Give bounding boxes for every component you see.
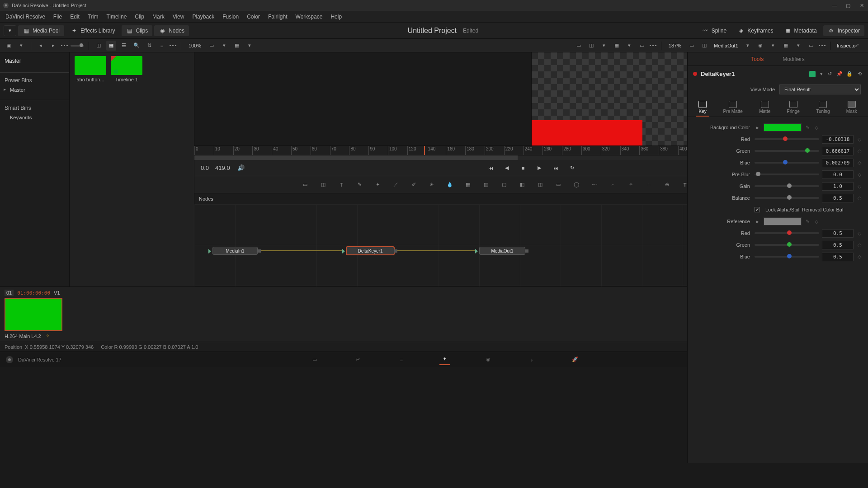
play-icon[interactable]: ▶ — [535, 164, 544, 173]
more-icon[interactable] — [61, 45, 68, 46]
window-close-button[interactable]: ✕ — [859, 3, 864, 8]
node-output-port-icon[interactable] — [258, 249, 261, 253]
rectangle-mask-icon[interactable]: ▭ — [553, 180, 563, 190]
search-icon[interactable]: 🔍 — [132, 41, 142, 51]
bin-view-icon[interactable]: ▣ — [4, 41, 14, 51]
disclosure-icon[interactable]: ▸ — [755, 125, 761, 131]
menu-item[interactable]: Mark — [149, 11, 168, 23]
menu-item[interactable]: Playback — [189, 11, 218, 23]
param-value[interactable]: 0.5 — [822, 241, 854, 249]
viewer-right-options-icon[interactable] — [819, 45, 826, 46]
param-slider[interactable] — [755, 138, 819, 140]
reset-icon[interactable]: ⟲ — [856, 71, 863, 77]
subtab-tuning[interactable]: Tuning — [813, 99, 832, 117]
pin-icon[interactable]: 📌 — [836, 71, 843, 77]
keyframe-diamond-icon[interactable]: ◇ — [856, 136, 863, 142]
window-maximize-button[interactable]: ▢ — [845, 3, 851, 8]
color-corrector-icon[interactable]: ▦ — [463, 180, 473, 190]
sort-icon[interactable]: ≡ — [157, 41, 167, 51]
page-cut-icon[interactable]: ✂ — [353, 354, 363, 365]
param-slider[interactable] — [755, 174, 819, 175]
keyframe-diamond-icon[interactable]: ◇ — [856, 254, 863, 260]
clip-strip-thumbnail[interactable] — [5, 298, 62, 331]
menu-item[interactable]: Fairlight — [264, 11, 291, 23]
window-minimize-button[interactable]: — — [832, 3, 837, 8]
param-value[interactable]: 1.0 — [822, 182, 854, 191]
background-tool-icon[interactable]: ▭ — [300, 180, 310, 190]
fit-icon[interactable]: ▭ — [687, 41, 697, 51]
clips-toggle[interactable]: ▤Clips — [122, 25, 153, 36]
media-pool-toggle[interactable]: ▦Media Pool — [18, 25, 64, 36]
loop-icon[interactable]: ↻ — [567, 164, 576, 173]
node-mediain1[interactable]: MediaIn1 — [212, 247, 258, 255]
subtab-key[interactable]: Key — [696, 99, 709, 117]
metadata-toggle[interactable]: ≣Metadata — [780, 25, 821, 36]
viewer-options-icon[interactable] — [650, 45, 656, 46]
keyframe-diamond-icon[interactable]: ◇ — [813, 125, 820, 131]
param-value[interactable]: 0.5 — [822, 194, 854, 202]
nav-back-icon[interactable]: ◂ — [36, 41, 46, 51]
chevron-down-icon[interactable]: ▾ — [219, 41, 229, 51]
tab-modifiers[interactable]: Modifiers — [781, 53, 807, 65]
param-slider[interactable] — [755, 256, 819, 258]
param-value[interactable]: -0.00318 — [822, 135, 854, 144]
page-edit-icon[interactable]: ≡ — [396, 354, 407, 365]
bg-color-swatch[interactable] — [764, 123, 802, 131]
thumb-size-slider[interactable] — [71, 45, 84, 47]
nav-forward-icon[interactable]: ▸ — [48, 41, 58, 51]
bspline-mask-icon[interactable]: ⌢ — [608, 180, 618, 190]
grid-icon[interactable]: ▦ — [612, 41, 622, 51]
effects-library-toggle[interactable]: ✦Effects Library — [66, 25, 119, 36]
keyframe-diamond-icon[interactable]: ◇ — [856, 242, 863, 248]
chevron-down-icon[interactable]: ▾ — [743, 41, 753, 51]
lock-icon[interactable]: 🔒 — [846, 71, 853, 77]
keyframe-diamond-icon[interactable]: ◇ — [813, 219, 820, 225]
paint-tool-icon[interactable]: ✎ — [354, 180, 364, 190]
node-deltakeyer1[interactable]: DeltaKeyer1 — [346, 247, 394, 255]
step-back-icon[interactable]: ◀ — [502, 164, 511, 173]
transform-tool-icon[interactable]: ▢ — [499, 180, 509, 190]
layout-preset-button[interactable]: ▾ — [4, 25, 16, 36]
viewer-left-zoom[interactable]: 100% — [186, 43, 204, 48]
param-value[interactable]: 0.5 — [822, 229, 854, 238]
filter-icon[interactable]: ⇅ — [144, 41, 154, 51]
param-value[interactable]: 0.666617 — [822, 147, 854, 155]
go-end-icon[interactable]: ⏭ — [551, 164, 560, 173]
menu-item[interactable]: Fusion — [219, 11, 242, 23]
node-connection[interactable] — [397, 250, 476, 251]
node-input-port-icon[interactable] — [208, 249, 211, 253]
chevron-down-icon[interactable]: ▾ — [768, 41, 778, 51]
stop-icon[interactable]: ■ — [519, 164, 528, 173]
fastnoise-tool-icon[interactable]: ◫ — [318, 180, 328, 190]
keyframe-diamond-icon[interactable]: ◇ — [856, 195, 863, 201]
menu-item[interactable]: File — [50, 11, 66, 23]
media-master-header[interactable]: Master — [0, 55, 69, 67]
param-slider[interactable] — [755, 150, 819, 152]
spline-toggle[interactable]: 〰Spline — [697, 25, 731, 36]
chevron-down-icon[interactable]: ▾ — [820, 71, 823, 77]
nodes-toggle[interactable]: ◉Nodes — [154, 25, 189, 36]
param-slider[interactable] — [755, 162, 819, 164]
eyedropper-icon[interactable]: ✎ — [804, 125, 811, 131]
node-input-port-icon[interactable] — [475, 249, 478, 253]
crop-tool-icon[interactable]: ◫ — [535, 180, 545, 190]
clip-thumbnail[interactable]: ▤ Timeline 1 — [110, 56, 143, 82]
lock-alpha-checkbox[interactable] — [755, 207, 760, 212]
viewer-left[interactable] — [194, 52, 532, 145]
menu-item[interactable]: Workspace — [292, 11, 326, 23]
keyframe-diamond-icon[interactable]: ◇ — [856, 148, 863, 154]
blur-tool-icon[interactable]: 💧 — [445, 180, 455, 190]
keyframe-diamond-icon[interactable]: ◇ — [856, 172, 863, 178]
smart-bin-item[interactable]: Keywords — [0, 113, 69, 122]
node-input-port-icon[interactable] — [342, 249, 345, 253]
param-value[interactable]: 0.5 — [822, 253, 854, 261]
versions-icon[interactable]: ↺ — [826, 71, 833, 77]
menu-item[interactable]: Clip — [131, 11, 148, 23]
merge-tool-icon[interactable]: ▥ — [481, 180, 491, 190]
resize-tool-icon[interactable]: ◧ — [517, 180, 527, 190]
view-mode-select[interactable]: Final Result — [779, 84, 861, 94]
particle-tool-icon[interactable]: ∴ — [644, 180, 654, 190]
keyframe-diamond-icon[interactable]: ◇ — [856, 183, 863, 189]
mask-paint-icon[interactable]: ✐ — [409, 180, 419, 190]
inspector-node-name[interactable]: DeltaKeyer1 — [701, 70, 806, 77]
